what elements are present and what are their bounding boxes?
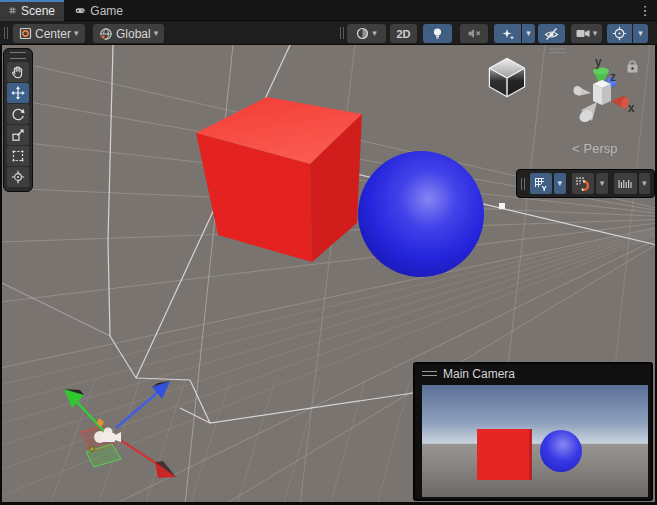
tab-game[interactable]: Game bbox=[66, 0, 132, 21]
effects-toggle-button[interactable] bbox=[494, 24, 521, 43]
hand-icon bbox=[11, 65, 25, 79]
grid-snapping-button[interactable] bbox=[572, 173, 594, 194]
grid-axis-icon: Y bbox=[533, 176, 549, 192]
tool-rect[interactable] bbox=[7, 146, 29, 166]
lighting-toggle-button[interactable] bbox=[423, 24, 452, 43]
globe-icon bbox=[99, 27, 113, 41]
grid-visibility-dropdown[interactable]: ▾ bbox=[554, 173, 565, 194]
orientation-dropdown[interactable]: Global ▾ bbox=[93, 24, 164, 43]
camera-preview-grip[interactable] bbox=[422, 371, 437, 376]
rotate-icon bbox=[11, 107, 25, 121]
tool-palette bbox=[3, 48, 33, 192]
tab-game-label: Game bbox=[90, 4, 123, 18]
gizmos-toggle-button[interactable] bbox=[607, 24, 632, 43]
caret-icon: ▾ bbox=[642, 179, 647, 188]
camera-preview-header[interactable]: Main Camera bbox=[415, 364, 651, 383]
persp-chevron: < bbox=[572, 141, 580, 156]
tool-move[interactable] bbox=[7, 83, 29, 103]
tool-rotate[interactable] bbox=[7, 104, 29, 124]
snapbar-grip[interactable] bbox=[521, 178, 525, 190]
scene-toolbar: Center ▾ Global ▾ ▾ 2D bbox=[0, 21, 657, 45]
caret-icon: ▾ bbox=[558, 179, 563, 188]
preview-red-cube bbox=[477, 429, 529, 480]
2d-toggle-button[interactable]: 2D bbox=[390, 24, 417, 43]
audio-mute-button[interactable] bbox=[460, 24, 488, 43]
caret-icon: ▾ bbox=[372, 29, 377, 38]
caret-icon: ▾ bbox=[593, 29, 598, 38]
camera-preview-panel[interactable]: Main Camera bbox=[413, 362, 653, 501]
axis-z-label: z bbox=[610, 70, 616, 84]
tab-scene[interactable]: Scene bbox=[0, 0, 64, 21]
tool-scale[interactable] bbox=[7, 125, 29, 145]
axis-y-label: y bbox=[595, 55, 602, 69]
pivot-mode-dropdown[interactable]: Center ▾ bbox=[13, 24, 85, 43]
tool-hand[interactable] bbox=[7, 62, 29, 82]
tab-scene-label: Scene bbox=[21, 4, 55, 18]
video-camera-icon bbox=[576, 28, 590, 39]
2d-label: 2D bbox=[396, 28, 410, 40]
preview-red-cube-side bbox=[529, 429, 532, 480]
pivot-icon bbox=[19, 27, 32, 40]
caret-icon: ▾ bbox=[526, 29, 531, 38]
scene-visibility-button[interactable] bbox=[538, 24, 565, 43]
preview-blue-sphere bbox=[540, 430, 582, 472]
ruler-icon bbox=[617, 177, 633, 191]
camera-preview-title: Main Camera bbox=[443, 367, 515, 381]
move-icon bbox=[11, 86, 25, 100]
toolbar-right-grip[interactable] bbox=[340, 27, 344, 39]
unity-scene-view-window: Scene Game ⋮ Center ▾ bbox=[0, 0, 657, 505]
tool-transform[interactable] bbox=[7, 167, 29, 187]
shading-mode-dropdown[interactable]: ▾ bbox=[347, 24, 386, 43]
view-cube-icon[interactable] bbox=[490, 59, 524, 96]
effects-sparkle-icon bbox=[501, 27, 515, 41]
gizmo-sphere-icon bbox=[612, 26, 627, 41]
effects-dropdown[interactable]: ▾ bbox=[522, 24, 535, 43]
camera-preview-viewport bbox=[422, 385, 648, 497]
scene-grid-icon bbox=[9, 5, 16, 16]
snap-increment-button[interactable] bbox=[614, 173, 636, 194]
axis-x-label: x bbox=[628, 101, 635, 115]
scale-icon bbox=[11, 128, 25, 142]
light-bulb-icon bbox=[431, 27, 444, 41]
gamepad-icon bbox=[75, 5, 85, 16]
eye-slash-icon bbox=[544, 27, 559, 41]
grid-y-letter: Y bbox=[542, 183, 548, 192]
transform-icon bbox=[11, 170, 25, 184]
orientation-label: Global bbox=[116, 27, 151, 41]
rect-tool-icon bbox=[11, 149, 25, 163]
shaded-sphere-icon bbox=[356, 27, 369, 40]
toolbar-grip[interactable] bbox=[4, 27, 8, 39]
caret-icon: ▾ bbox=[638, 29, 643, 38]
persp-label: Persp bbox=[584, 141, 618, 156]
caret-icon: ▾ bbox=[154, 29, 159, 38]
tab-menu-button[interactable]: ⋮ bbox=[638, 1, 652, 20]
grid-visibility-button[interactable]: Y bbox=[530, 173, 552, 194]
grid-snap-handle[interactable] bbox=[499, 203, 505, 209]
palette-grip[interactable] bbox=[10, 52, 26, 59]
snap-magnet-icon bbox=[575, 176, 591, 192]
caret-icon: ▾ bbox=[74, 29, 79, 38]
grid-snapping-dropdown[interactable]: ▾ bbox=[596, 173, 607, 194]
blue-sphere[interactable] bbox=[358, 151, 484, 277]
speaker-muted-icon bbox=[467, 27, 482, 40]
caret-icon: ▾ bbox=[600, 179, 605, 188]
window-edge-left bbox=[0, 45, 2, 505]
pivot-label: Center bbox=[35, 27, 71, 41]
camera-settings-dropdown[interactable]: ▾ bbox=[571, 24, 602, 43]
snap-increment-dropdown[interactable]: ▾ bbox=[639, 173, 650, 194]
tab-bar: Scene Game ⋮ bbox=[0, 0, 657, 21]
gizmos-dropdown[interactable]: ▾ bbox=[633, 24, 648, 43]
persp-toggle[interactable]: <Persp bbox=[572, 141, 618, 156]
grid-snap-toolbar: Y ▾ ▾ ▾ bbox=[516, 169, 655, 198]
gizmo-yellow-marker bbox=[90, 447, 95, 452]
